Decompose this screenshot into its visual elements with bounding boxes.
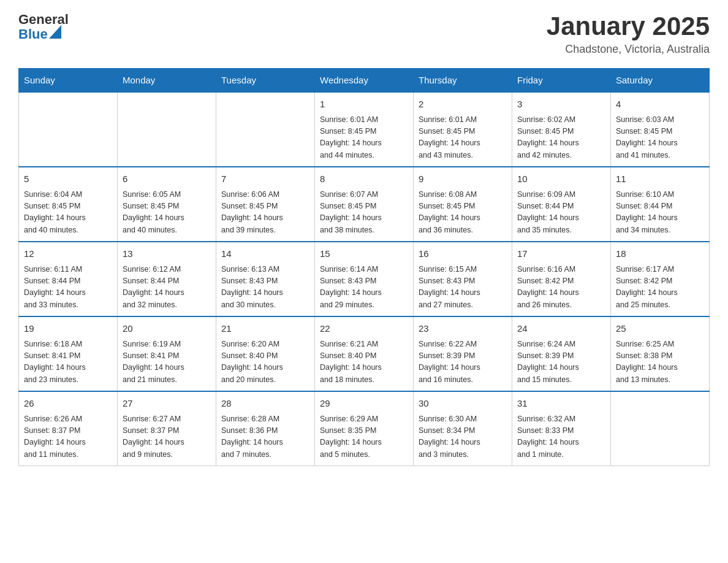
- day-info: Sunrise: 6:07 AMSunset: 8:45 PMDaylight:…: [320, 189, 408, 237]
- calendar-cell: [118, 92, 216, 167]
- calendar-cell: [19, 92, 118, 167]
- day-number: 13: [123, 247, 211, 261]
- column-header-saturday: Saturday: [611, 69, 710, 93]
- calendar-cell: 9Sunrise: 6:08 AMSunset: 8:45 PMDaylight…: [414, 167, 512, 242]
- column-header-thursday: Thursday: [414, 69, 512, 93]
- calendar-cell: 6Sunrise: 6:05 AMSunset: 8:45 PMDaylight…: [118, 167, 216, 242]
- column-header-sunday: Sunday: [19, 69, 118, 93]
- day-info: Sunrise: 6:09 AMSunset: 8:44 PMDaylight:…: [517, 189, 605, 237]
- day-number: 16: [419, 247, 507, 261]
- day-number: 8: [320, 172, 408, 186]
- calendar-cell: 16Sunrise: 6:15 AMSunset: 8:43 PMDayligh…: [414, 242, 512, 316]
- svg-marker-0: [49, 25, 61, 39]
- column-header-friday: Friday: [512, 69, 611, 93]
- page-header: General Blue January 2025 Chadstone, Vic…: [18, 12, 710, 56]
- day-number: 21: [221, 322, 309, 336]
- day-number: 10: [517, 172, 605, 186]
- calendar-cell: 19Sunrise: 6:18 AMSunset: 8:41 PMDayligh…: [19, 316, 118, 391]
- day-info: Sunrise: 6:28 AMSunset: 8:36 PMDaylight:…: [221, 413, 309, 461]
- day-number: 1: [320, 98, 408, 112]
- day-number: 6: [123, 172, 211, 186]
- day-number: 27: [123, 397, 211, 411]
- calendar-body: 1Sunrise: 6:01 AMSunset: 8:45 PMDaylight…: [19, 92, 710, 466]
- calendar-cell: 29Sunrise: 6:29 AMSunset: 8:35 PMDayligh…: [315, 391, 414, 466]
- calendar-cell: 5Sunrise: 6:04 AMSunset: 8:45 PMDaylight…: [19, 167, 118, 242]
- title-block: January 2025 Chadstone, Victoria, Austra…: [547, 12, 710, 56]
- day-info: Sunrise: 6:27 AMSunset: 8:37 PMDaylight:…: [123, 413, 211, 461]
- calendar-cell: 30Sunrise: 6:30 AMSunset: 8:34 PMDayligh…: [414, 391, 512, 466]
- day-number: 26: [24, 397, 112, 411]
- day-number: 22: [320, 322, 408, 336]
- column-header-tuesday: Tuesday: [216, 69, 315, 93]
- day-number: 19: [24, 322, 112, 336]
- day-number: 24: [517, 322, 605, 336]
- calendar-cell: 2Sunrise: 6:01 AMSunset: 8:45 PMDaylight…: [414, 92, 512, 167]
- calendar-cell: 8Sunrise: 6:07 AMSunset: 8:45 PMDaylight…: [315, 167, 414, 242]
- day-info: Sunrise: 6:12 AMSunset: 8:44 PMDaylight:…: [123, 264, 211, 312]
- day-info: Sunrise: 6:13 AMSunset: 8:43 PMDaylight:…: [221, 264, 309, 312]
- day-number: 29: [320, 397, 408, 411]
- day-info: Sunrise: 6:20 AMSunset: 8:40 PMDaylight:…: [221, 339, 309, 386]
- calendar-subtitle: Chadstone, Victoria, Australia: [547, 43, 710, 56]
- day-number: 31: [517, 397, 605, 411]
- calendar-cell: 15Sunrise: 6:14 AMSunset: 8:43 PMDayligh…: [315, 242, 414, 316]
- day-info: Sunrise: 6:06 AMSunset: 8:45 PMDaylight:…: [221, 189, 309, 237]
- day-info: Sunrise: 6:16 AMSunset: 8:42 PMDaylight:…: [517, 264, 605, 312]
- day-number: 20: [123, 322, 211, 336]
- calendar-cell: 18Sunrise: 6:17 AMSunset: 8:42 PMDayligh…: [611, 242, 710, 316]
- calendar-cell: 28Sunrise: 6:28 AMSunset: 8:36 PMDayligh…: [216, 391, 315, 466]
- calendar-week-row: 5Sunrise: 6:04 AMSunset: 8:45 PMDaylight…: [19, 167, 710, 242]
- day-info: Sunrise: 6:25 AMSunset: 8:38 PMDaylight:…: [616, 339, 704, 386]
- logo: General Blue: [18, 12, 69, 42]
- calendar-cell: 24Sunrise: 6:24 AMSunset: 8:39 PMDayligh…: [512, 316, 611, 391]
- calendar-header-row: SundayMondayTuesdayWednesdayThursdayFrid…: [19, 69, 710, 93]
- calendar-title: January 2025: [547, 12, 710, 40]
- day-info: Sunrise: 6:26 AMSunset: 8:37 PMDaylight:…: [24, 413, 112, 461]
- calendar-cell: 20Sunrise: 6:19 AMSunset: 8:41 PMDayligh…: [118, 316, 216, 391]
- day-info: Sunrise: 6:01 AMSunset: 8:45 PMDaylight:…: [419, 114, 507, 162]
- calendar-cell: 13Sunrise: 6:12 AMSunset: 8:44 PMDayligh…: [118, 242, 216, 316]
- calendar-cell: 31Sunrise: 6:32 AMSunset: 8:33 PMDayligh…: [512, 391, 611, 466]
- day-info: Sunrise: 6:10 AMSunset: 8:44 PMDaylight:…: [616, 189, 704, 237]
- day-info: Sunrise: 6:04 AMSunset: 8:45 PMDaylight:…: [24, 189, 112, 237]
- day-number: 4: [616, 98, 704, 112]
- calendar-cell: 27Sunrise: 6:27 AMSunset: 8:37 PMDayligh…: [118, 391, 216, 466]
- day-number: 15: [320, 247, 408, 261]
- calendar-table: SundayMondayTuesdayWednesdayThursdayFrid…: [18, 68, 710, 466]
- calendar-cell: 7Sunrise: 6:06 AMSunset: 8:45 PMDaylight…: [216, 167, 315, 242]
- day-number: 2: [419, 98, 507, 112]
- calendar-cell: 14Sunrise: 6:13 AMSunset: 8:43 PMDayligh…: [216, 242, 315, 316]
- calendar-week-row: 1Sunrise: 6:01 AMSunset: 8:45 PMDaylight…: [19, 92, 710, 167]
- day-info: Sunrise: 6:01 AMSunset: 8:45 PMDaylight:…: [320, 114, 408, 162]
- calendar-cell: 3Sunrise: 6:02 AMSunset: 8:45 PMDaylight…: [512, 92, 611, 167]
- day-info: Sunrise: 6:24 AMSunset: 8:39 PMDaylight:…: [517, 339, 605, 386]
- day-number: 18: [616, 247, 704, 261]
- day-number: 7: [221, 172, 309, 186]
- day-number: 25: [616, 322, 704, 336]
- day-number: 12: [24, 247, 112, 261]
- day-info: Sunrise: 6:05 AMSunset: 8:45 PMDaylight:…: [123, 189, 211, 237]
- day-info: Sunrise: 6:19 AMSunset: 8:41 PMDaylight:…: [123, 339, 211, 386]
- calendar-cell: 1Sunrise: 6:01 AMSunset: 8:45 PMDaylight…: [315, 92, 414, 167]
- day-info: Sunrise: 6:18 AMSunset: 8:41 PMDaylight:…: [24, 339, 112, 386]
- calendar-cell: 11Sunrise: 6:10 AMSunset: 8:44 PMDayligh…: [611, 167, 710, 242]
- calendar-cell: 17Sunrise: 6:16 AMSunset: 8:42 PMDayligh…: [512, 242, 611, 316]
- day-number: 3: [517, 98, 605, 112]
- day-info: Sunrise: 6:14 AMSunset: 8:43 PMDaylight:…: [320, 264, 408, 312]
- day-number: 14: [221, 247, 309, 261]
- calendar-header: SundayMondayTuesdayWednesdayThursdayFrid…: [19, 69, 710, 93]
- column-header-wednesday: Wednesday: [315, 69, 414, 93]
- calendar-week-row: 12Sunrise: 6:11 AMSunset: 8:44 PMDayligh…: [19, 242, 710, 316]
- day-info: Sunrise: 6:17 AMSunset: 8:42 PMDaylight:…: [616, 264, 704, 312]
- calendar-cell: 21Sunrise: 6:20 AMSunset: 8:40 PMDayligh…: [216, 316, 315, 391]
- column-header-monday: Monday: [118, 69, 216, 93]
- calendar-cell: [611, 391, 710, 466]
- calendar-cell: 4Sunrise: 6:03 AMSunset: 8:45 PMDaylight…: [611, 92, 710, 167]
- calendar-cell: 10Sunrise: 6:09 AMSunset: 8:44 PMDayligh…: [512, 167, 611, 242]
- day-info: Sunrise: 6:32 AMSunset: 8:33 PMDaylight:…: [517, 413, 605, 461]
- day-info: Sunrise: 6:30 AMSunset: 8:34 PMDaylight:…: [419, 413, 507, 461]
- day-number: 30: [419, 397, 507, 411]
- day-info: Sunrise: 6:08 AMSunset: 8:45 PMDaylight:…: [419, 189, 507, 237]
- day-number: 28: [221, 397, 309, 411]
- day-info: Sunrise: 6:29 AMSunset: 8:35 PMDaylight:…: [320, 413, 408, 461]
